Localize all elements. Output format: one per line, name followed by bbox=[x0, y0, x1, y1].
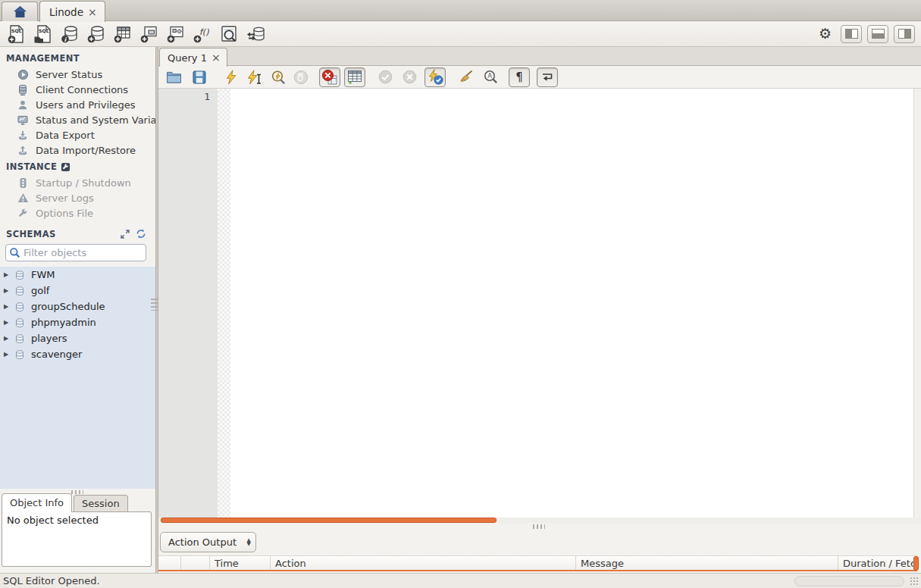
explain-icon[interactable] bbox=[269, 68, 287, 86]
output-splitter[interactable] bbox=[158, 524, 921, 529]
create-procedure-icon[interactable] bbox=[165, 23, 186, 44]
chevron-right-icon[interactable]: ▶ bbox=[4, 319, 11, 326]
spinner-icon: ▲▼ bbox=[247, 539, 251, 546]
tab-object-info[interactable]: Object Info bbox=[2, 493, 72, 512]
create-view-icon[interactable] bbox=[139, 23, 159, 44]
chevron-right-icon[interactable]: ▶ bbox=[4, 351, 11, 358]
chevron-right-icon[interactable]: ▶ bbox=[4, 287, 11, 294]
schema-item-golf[interactable]: ▶ golf bbox=[0, 283, 155, 299]
find-icon[interactable]: A bbox=[481, 68, 500, 86]
scrollbar-thumb[interactable] bbox=[161, 518, 497, 523]
sidebar-item-options-file[interactable]: Options File bbox=[0, 205, 155, 220]
search-objects-icon[interactable] bbox=[218, 23, 239, 44]
schema-item-groupschedule[interactable]: ▶ groupSchedule bbox=[0, 299, 155, 314]
window-tab-bar: Linode × bbox=[0, 0, 921, 21]
startup-shutdown-icon bbox=[17, 177, 29, 189]
schema-item-phpmyadmin[interactable]: ▶ phpmyadmin bbox=[0, 314, 155, 330]
schemas-section-header: SCHEMAS bbox=[6, 229, 155, 239]
refresh-schemas-icon[interactable] bbox=[136, 229, 146, 239]
column-header-blank[interactable] bbox=[181, 556, 210, 570]
create-schema-icon[interactable] bbox=[86, 23, 106, 44]
beautify-icon[interactable] bbox=[456, 68, 475, 86]
tab-query-1[interactable]: Query 1 × bbox=[159, 48, 227, 67]
column-header-blank[interactable] bbox=[158, 556, 181, 570]
save-icon[interactable] bbox=[190, 68, 208, 86]
status-bar: SQL Editor Opened. bbox=[0, 573, 921, 588]
schema-inspector-icon[interactable]: i bbox=[59, 23, 80, 44]
chevron-right-icon[interactable]: ▶ bbox=[4, 271, 11, 278]
editor-vertical-scrollbar[interactable] bbox=[913, 89, 921, 518]
sidebar-item-server-logs[interactable]: Server Logs bbox=[0, 190, 155, 205]
output-grid-header: Time Action Message Duration / Fetch bbox=[158, 555, 917, 571]
output-selector[interactable]: Action Output ▲▼ bbox=[160, 532, 256, 552]
migration-wizard-icon[interactable] bbox=[245, 23, 265, 44]
schema-item-players[interactable]: ▶ players bbox=[0, 330, 155, 346]
toggle-stop-on-error-icon[interactable] bbox=[319, 67, 340, 87]
editor-horizontal-scrollbar[interactable] bbox=[158, 518, 921, 524]
expand-schemas-icon[interactable] bbox=[121, 230, 130, 239]
stop-icon bbox=[292, 68, 310, 86]
rollback-icon bbox=[400, 68, 418, 86]
chevron-right-icon[interactable]: ▶ bbox=[4, 303, 11, 310]
sidebar-item-client-connections[interactable]: Client Connections bbox=[0, 82, 155, 97]
schema-item-scavenger[interactable]: ▶ scavenger bbox=[0, 346, 155, 362]
toggle-bottom-panel-icon[interactable] bbox=[867, 25, 888, 43]
status-message: SQL Editor Opened. bbox=[3, 575, 100, 586]
toggle-autocommit-icon[interactable] bbox=[424, 67, 446, 87]
filter-objects-input[interactable] bbox=[23, 247, 152, 258]
instance-section-header: INSTANCE bbox=[6, 161, 70, 172]
options-file-icon bbox=[17, 207, 29, 219]
create-table-icon[interactable] bbox=[112, 23, 133, 44]
svg-text:SQL: SQL bbox=[11, 28, 22, 33]
svg-text:f(): f() bbox=[199, 27, 209, 36]
sidebar-item-users-privileges[interactable]: Users and Privileges bbox=[0, 97, 155, 112]
toggle-right-panel-icon[interactable] bbox=[894, 25, 915, 43]
home-tab[interactable] bbox=[2, 2, 38, 21]
chevron-right-icon[interactable]: ▶ bbox=[4, 335, 11, 342]
mysql-workbench-window: Linode × SQL SQL i bbox=[0, 0, 921, 588]
column-header-duration[interactable]: Duration / Fetch bbox=[838, 556, 917, 570]
execute-icon[interactable] bbox=[222, 68, 240, 86]
sql-editor-surface[interactable] bbox=[230, 89, 913, 518]
resize-grip[interactable] bbox=[910, 577, 919, 586]
open-file-icon[interactable] bbox=[164, 68, 183, 86]
column-header-message[interactable]: Message bbox=[576, 556, 838, 570]
users-icon bbox=[17, 99, 29, 111]
commit-icon bbox=[376, 68, 394, 86]
tab-session[interactable]: Session bbox=[74, 495, 128, 512]
sidebar-item-server-status[interactable]: Server Status bbox=[0, 67, 155, 82]
sidebar-item-startup-shutdown[interactable]: Startup / Shutdown bbox=[0, 175, 155, 190]
create-function-icon[interactable]: f() bbox=[192, 23, 212, 44]
toggle-wrap-icon[interactable] bbox=[537, 67, 558, 87]
close-query-tab-icon[interactable]: × bbox=[211, 52, 221, 63]
editor-tab-row: Query 1 × bbox=[158, 47, 921, 66]
sidebar-item-data-import[interactable]: Data Import/Restore bbox=[0, 142, 155, 158]
schema-icon bbox=[14, 317, 25, 328]
output-selector-value: Action Output bbox=[168, 536, 237, 548]
new-query-tab-icon[interactable]: SQL bbox=[6, 23, 27, 44]
preferences-icon[interactable]: ⚙ bbox=[815, 23, 835, 44]
management-section-header: MANAGEMENT bbox=[6, 53, 80, 64]
client-connections-icon bbox=[17, 83, 29, 95]
main-toolbar: SQL SQL i f() bbox=[0, 21, 921, 47]
column-header-action[interactable]: Action bbox=[271, 556, 576, 570]
server-status-icon bbox=[17, 68, 29, 80]
wrench-badge-icon bbox=[61, 162, 70, 172]
sidebar-item-status-variables[interactable]: Status and System Variables bbox=[0, 112, 155, 127]
output-vertical-scrollbar[interactable] bbox=[913, 556, 919, 571]
show-invisibles-icon[interactable]: ¶ bbox=[509, 67, 530, 87]
limit-rows-icon[interactable] bbox=[344, 67, 365, 87]
server-logs-icon bbox=[17, 192, 29, 204]
open-sql-script-icon[interactable]: SQL bbox=[33, 23, 53, 44]
close-tab-icon[interactable]: × bbox=[88, 7, 97, 17]
execute-current-icon[interactable] bbox=[246, 68, 264, 86]
toggle-left-panel-icon[interactable] bbox=[841, 25, 862, 43]
connection-tab-linode[interactable]: Linode × bbox=[39, 1, 105, 22]
schema-item-fwm[interactable]: ▶ FWM bbox=[0, 267, 155, 283]
filter-objects-box bbox=[5, 244, 146, 261]
sidebar-item-data-export[interactable]: Data Export bbox=[0, 127, 155, 142]
status-progress-pill bbox=[794, 576, 904, 586]
column-header-time[interactable]: Time bbox=[210, 556, 271, 570]
svg-text:A: A bbox=[487, 72, 492, 80]
data-import-icon bbox=[17, 144, 29, 156]
